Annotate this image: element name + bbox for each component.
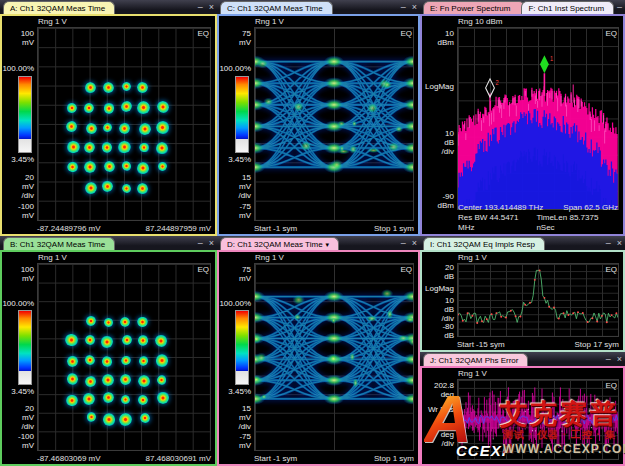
minimize-icon[interactable]: –: [398, 237, 409, 250]
panel-j-tab[interactable]: J: Ch1 32QAM Phs Error: [423, 353, 528, 366]
constellation-symbol: [67, 162, 78, 173]
constellation-symbol: [101, 336, 112, 347]
panel-a-tab[interactable]: A: Ch1 32QAM Meas Time: [3, 1, 115, 14]
constellation-symbol: [86, 316, 96, 326]
eq-badge: EQ: [197, 29, 209, 38]
minimize-icon[interactable]: –: [195, 237, 206, 250]
panel-c-eye-plot[interactable]: [254, 27, 414, 221]
chevron-down-icon[interactable]: ▾: [326, 241, 330, 248]
panel-i-body: Rng 1 V EQ 20dB LogMag 10dB/div -80dB St…: [420, 250, 625, 352]
constellation-symbol: [87, 412, 96, 421]
constellation-symbol: [137, 82, 148, 93]
constellation-symbol: [86, 123, 98, 135]
colorbar: [18, 76, 32, 154]
format-label: Wr Phs: [428, 405, 454, 414]
panel-d-xaxis: Start -1 symStop 1 sym: [254, 454, 414, 463]
constellation-symbol: [104, 318, 113, 327]
colorbar-min: 3.45%: [11, 387, 34, 396]
range-label: Rng 1 V: [38, 253, 67, 262]
panel-b-body: Rng 1 V EQ 100mV 100.00% 3.45% 20mV/div …: [0, 250, 217, 466]
constellation-symbol: [102, 142, 113, 153]
panel-b-titlebar: B: Ch1 32QAM Meas Time – ×: [0, 236, 217, 250]
constellation-symbol: [67, 141, 80, 154]
constellation-symbol: [158, 162, 167, 171]
panel-b-constellation-plot[interactable]: [37, 263, 211, 451]
panel-j-phserror-plot[interactable]: [457, 379, 619, 460]
tab-e-power-spectrum[interactable]: E: Fn Power Spectrum: [423, 1, 525, 14]
constellation-symbol: [102, 181, 114, 193]
panel-i-xaxis: Start -15 symStop 17 sym: [457, 340, 619, 349]
eq-badge: EQ: [400, 29, 412, 38]
panel-c-scale: 75mV 100.00% 3.45% 15mV/div -75mV: [219, 27, 254, 221]
constellation-symbol: [137, 317, 148, 328]
minimize-icon[interactable]: –: [195, 1, 206, 14]
panel-c-title: C: Ch1 32QAM Meas Time: [227, 4, 323, 13]
colorbar-max: 100.00%: [2, 299, 34, 308]
constellation-symbol: [137, 162, 149, 174]
close-icon[interactable]: ×: [409, 1, 420, 14]
panel-a-title: A: Ch1 32QAM Meas Time: [10, 4, 105, 13]
constellation-symbol: [67, 373, 78, 384]
close-icon[interactable]: ×: [206, 1, 217, 14]
constellation-symbol: [103, 392, 114, 403]
range-label: Rng 1 V: [38, 17, 67, 26]
panel-c-body: Rng 1 V EQ 75mV 100.00% 3.45% 15mV/div -…: [217, 14, 420, 236]
panel-ef-scale: 10dBm LogMag 10dB/div -90dBm: [422, 27, 457, 210]
panel-d-title: D: Ch1 32QAM Meas Time: [227, 240, 323, 249]
constellation-symbol: [139, 143, 149, 153]
panel-a-scale: 100mV 100.00% 3.45% 20mV/div -100mV: [2, 27, 37, 221]
constellation-symbol: [157, 101, 169, 113]
panel-a-constellation-plot[interactable]: [37, 27, 211, 221]
panel-j-scale: 202.8deg Wr Phs 40.81deg/div: [422, 379, 457, 460]
constellation-symbol: [67, 103, 77, 113]
panel-ef-spectrum-plot[interactable]: 1 2: [457, 27, 619, 210]
panel-d-eye-plot[interactable]: [254, 263, 414, 451]
panel-d-tab[interactable]: D: Ch1 32QAM Meas Time▾: [220, 237, 339, 250]
panel-c: C: Ch1 32QAM Meas Time – × Rng 1 V EQ 75…: [217, 0, 420, 236]
close-icon[interactable]: ×: [614, 353, 625, 366]
constellation-symbol: [119, 123, 130, 134]
tab-f-inst-spectrum[interactable]: F: Ch1 Inst Spectrum: [521, 1, 614, 14]
panel-c-tab[interactable]: C: Ch1 32QAM Meas Time: [220, 1, 333, 14]
panel-i-title: I: Ch1 32QAM Eq Impls Resp: [430, 240, 535, 249]
vsa-workspace: A: Ch1 32QAM Meas Time – × Rng 1 V EQ 10…: [0, 0, 625, 466]
constellation-symbol: [157, 375, 166, 384]
constellation-symbol: [67, 356, 78, 367]
close-icon[interactable]: ×: [206, 237, 217, 250]
panel-j-title: J: Ch1 32QAM Phs Error: [430, 356, 518, 365]
eq-badge: EQ: [605, 265, 617, 274]
panel-i: I: Ch1 32QAM Eq Impls Resp – × Rng 1 V E…: [420, 236, 625, 352]
constellation-symbol: [122, 161, 132, 171]
panel-a-xaxis: -87.24489796 mV87.244897959 mV: [37, 224, 211, 233]
panel-a: A: Ch1 32QAM Meas Time – × Rng 1 V EQ 10…: [0, 0, 217, 236]
panel-i-tab[interactable]: I: Ch1 32QAM Eq Impls Resp: [423, 237, 545, 250]
colorbar-max: 100.00%: [219, 64, 251, 73]
panel-c-xaxis: Start -1 symStop 1 sym: [254, 224, 414, 233]
constellation-symbol: [83, 393, 95, 405]
panel-i-impulse-plot[interactable]: [457, 263, 619, 337]
minimize-icon[interactable]: –: [603, 237, 614, 250]
constellation-symbol: [104, 103, 115, 114]
constellation-symbol: [102, 374, 114, 386]
panel-i-titlebar: I: Ch1 32QAM Eq Impls Resp – ×: [420, 236, 625, 250]
minimize-icon[interactable]: –: [603, 353, 614, 366]
eq-badge: EQ: [605, 29, 617, 38]
panel-d-scale: 75mV 100.00% 3.45% 15mV/div -75mV: [219, 263, 254, 451]
constellation-symbol: [139, 123, 150, 134]
constellation-symbol: [139, 356, 148, 365]
panel-b-tab[interactable]: B: Ch1 32QAM Meas Time: [3, 237, 115, 250]
constellation-symbol: [121, 101, 132, 112]
constellation-symbol: [137, 183, 148, 194]
svg-text:1: 1: [550, 54, 553, 62]
constellation-symbol: [121, 356, 131, 366]
constellation-symbol: [137, 101, 150, 114]
res-bw: Res BW 44.5471 MHz: [458, 213, 536, 233]
minimize-icon[interactable]: –: [398, 1, 409, 14]
constellation-symbol: [118, 141, 130, 153]
close-icon[interactable]: ×: [614, 237, 625, 250]
constellation-symbol: [65, 334, 77, 346]
minimize-icon[interactable]: –: [614, 1, 625, 14]
eq-badge: EQ: [400, 265, 412, 274]
colorbar-min: 3.45%: [228, 387, 251, 396]
close-icon[interactable]: ×: [409, 237, 420, 250]
